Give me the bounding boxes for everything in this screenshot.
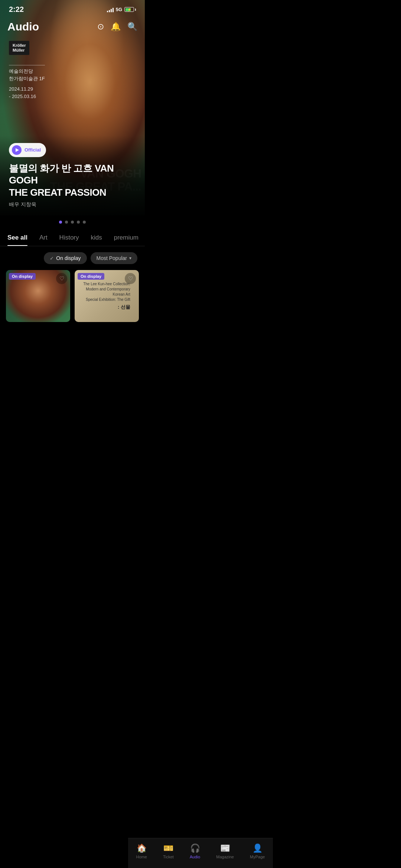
official-label: Official bbox=[25, 147, 41, 153]
dot-4[interactable] bbox=[77, 221, 80, 224]
card-1-image: On display ♡ bbox=[6, 270, 70, 322]
card-2[interactable]: On display ♡ The Lee Kun-hee Collection:… bbox=[75, 270, 139, 322]
card-2-text-content: The Lee Kun-hee Collection: Modern and C… bbox=[79, 278, 134, 314]
favorite-button-2[interactable]: ♡ bbox=[125, 273, 136, 284]
tab-see-all[interactable]: See all bbox=[7, 230, 33, 246]
search-icon[interactable]: 🔍 bbox=[127, 22, 137, 32]
app-header: Audio ⊙ 🔔 🔍 bbox=[0, 0, 145, 39]
dot-5[interactable] bbox=[83, 221, 86, 224]
hero-narrator: 배우 지창욱 bbox=[9, 201, 136, 208]
card-2-image: On display ♡ The Lee Kun-hee Collection:… bbox=[75, 270, 139, 322]
tab-art[interactable]: Art bbox=[33, 230, 53, 246]
hero-logo: Kröller Müller bbox=[9, 41, 29, 55]
on-display-filter[interactable]: ✓ On display bbox=[44, 252, 87, 264]
category-tabs: See all Art History kids premium bbox=[0, 229, 145, 246]
tab-history[interactable]: History bbox=[53, 230, 85, 246]
tab-kids[interactable]: kids bbox=[85, 230, 108, 246]
hero-banner[interactable]: Audio ⊙ 🔔 🔍 Kröller Müller 예술의전당 한가람미술관 … bbox=[0, 0, 145, 215]
on-display-badge-1: On display bbox=[9, 273, 36, 280]
bell-icon[interactable]: 🔔 bbox=[111, 22, 121, 32]
hero-title-korean: 불멸의 화가 반 고흐 VAN GOGH THE GREAT PASSION bbox=[9, 162, 136, 199]
on-display-label: On display bbox=[56, 255, 81, 261]
logo-line1: Kröller bbox=[13, 43, 26, 48]
dot-2[interactable] bbox=[65, 221, 68, 224]
hero-venue: 예술의전당 한가람미술관 1F bbox=[9, 65, 45, 82]
page-title: Audio bbox=[7, 20, 39, 33]
location-icon[interactable]: ⊙ bbox=[97, 22, 104, 32]
dot-3[interactable] bbox=[71, 221, 74, 224]
venue-text: 예술의전당 한가람미술관 1F bbox=[9, 65, 45, 82]
sort-label: Most Popular bbox=[97, 255, 127, 261]
official-badge[interactable]: Official bbox=[9, 143, 46, 157]
date-range: 2024.11.29- 2025.03.16 bbox=[9, 85, 36, 100]
header-icons: ⊙ 🔔 🔍 bbox=[97, 22, 137, 32]
sort-filter[interactable]: Most Popular ▾ bbox=[91, 252, 137, 264]
play-triangle-icon bbox=[16, 148, 19, 152]
logo-line2: Müller bbox=[13, 48, 26, 53]
dot-1[interactable] bbox=[59, 221, 62, 224]
favorite-button-1[interactable]: ♡ bbox=[56, 273, 67, 284]
hero-bottom-content: Official 불멸의 화가 반 고흐 VAN GOGH THE GREAT … bbox=[0, 136, 145, 216]
carousel-dots bbox=[0, 215, 145, 229]
card-1[interactable]: On display ♡ bbox=[6, 270, 70, 322]
hero-date: 2024.11.29- 2025.03.16 bbox=[9, 85, 36, 100]
on-display-badge-2: On display bbox=[78, 273, 104, 280]
play-button[interactable] bbox=[12, 145, 22, 155]
chevron-down-icon: ▾ bbox=[129, 256, 131, 261]
cards-grid: On display ♡ On display ♡ The Lee Kun-he… bbox=[0, 270, 145, 328]
filter-row: ✓ On display Most Popular ▾ bbox=[0, 246, 145, 270]
check-icon: ✓ bbox=[50, 256, 54, 261]
tab-premium[interactable]: premium bbox=[108, 230, 144, 246]
